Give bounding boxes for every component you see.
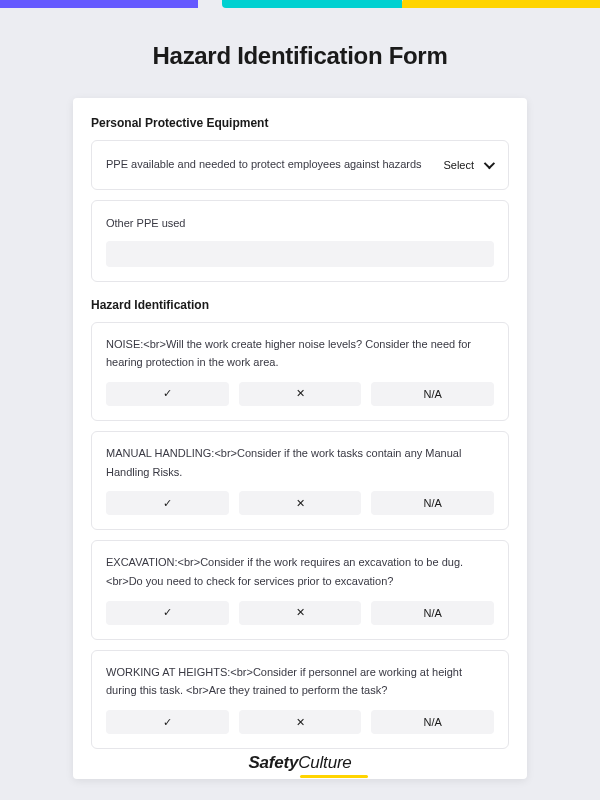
answer-no-button[interactable]: ✕: [239, 601, 362, 625]
answer-na-button[interactable]: N/A: [371, 382, 494, 406]
accent-yellow: [402, 0, 600, 8]
chevron-down-icon: [484, 158, 495, 169]
answer-yes-button[interactable]: ✓: [106, 491, 229, 515]
question-manual-handling: MANUAL HANDLING:<br>Consider if the work…: [91, 431, 509, 530]
page-title: Hazard Identification Form: [0, 42, 600, 70]
question-excavation: EXCAVATION:<br>Consider if the work requ…: [91, 540, 509, 639]
ppe-other-field: Other PPE used: [91, 200, 509, 282]
section-heading-hazard: Hazard Identification: [91, 298, 509, 312]
brand-bold: Safety: [248, 753, 298, 772]
ppe-other-input[interactable]: [106, 241, 494, 267]
question-text: WORKING AT HEIGHTS:<br>Consider if perso…: [106, 663, 494, 700]
accent-teal: [222, 0, 402, 8]
ppe-select-field: PPE available and needed to protect empl…: [91, 140, 509, 190]
answer-yes-button[interactable]: ✓: [106, 710, 229, 734]
answer-na-button[interactable]: N/A: [371, 491, 494, 515]
answer-row: ✓ ✕ N/A: [106, 601, 494, 625]
accent-gap: [198, 0, 222, 8]
accent-purple: [0, 0, 198, 8]
select-label: Select: [443, 159, 474, 171]
answer-na-button[interactable]: N/A: [371, 710, 494, 734]
footer-brand-logo: SafetyCulture: [0, 753, 600, 778]
ppe-select-dropdown[interactable]: Select: [441, 155, 494, 175]
answer-no-button[interactable]: ✕: [239, 382, 362, 406]
section-heading-ppe: Personal Protective Equipment: [91, 116, 509, 130]
question-text: NOISE:<br>Will the work create higher no…: [106, 335, 494, 372]
answer-row: ✓ ✕ N/A: [106, 710, 494, 734]
answer-row: ✓ ✕ N/A: [106, 491, 494, 515]
answer-no-button[interactable]: ✕: [239, 491, 362, 515]
question-text: MANUAL HANDLING:<br>Consider if the work…: [106, 444, 494, 481]
answer-yes-button[interactable]: ✓: [106, 601, 229, 625]
answer-na-button[interactable]: N/A: [371, 601, 494, 625]
ppe-other-label: Other PPE used: [106, 215, 494, 233]
question-heights: WORKING AT HEIGHTS:<br>Consider if perso…: [91, 650, 509, 749]
answer-yes-button[interactable]: ✓: [106, 382, 229, 406]
top-accent-bar: [0, 0, 600, 8]
question-text: EXCAVATION:<br>Consider if the work requ…: [106, 553, 494, 590]
answer-row: ✓ ✕ N/A: [106, 382, 494, 406]
question-noise: NOISE:<br>Will the work create higher no…: [91, 322, 509, 421]
ppe-select-label: PPE available and needed to protect empl…: [106, 156, 429, 174]
answer-no-button[interactable]: ✕: [239, 710, 362, 734]
brand-underline: [300, 775, 368, 778]
brand-light: Culture: [298, 753, 351, 772]
form-card: Personal Protective Equipment PPE availa…: [73, 98, 527, 779]
